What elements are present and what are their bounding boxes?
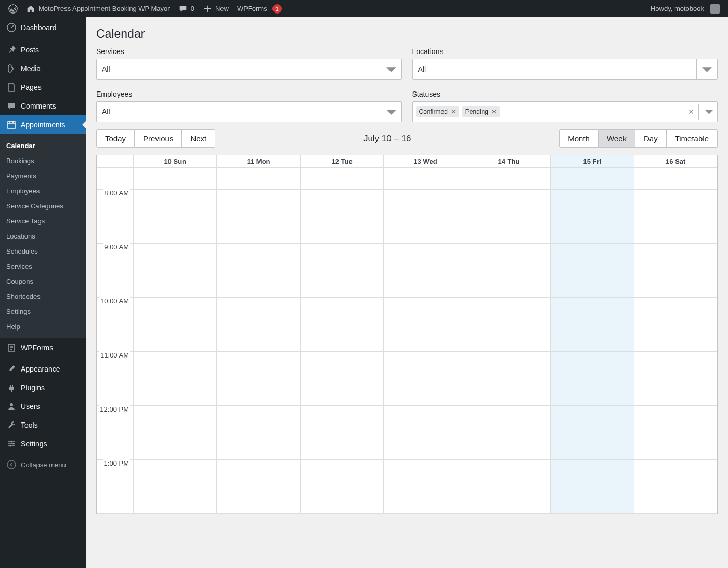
day-header[interactable]: 16 Sat: [634, 155, 717, 167]
submenu-item-schedules[interactable]: Schedules: [0, 244, 86, 259]
hour-cell[interactable]: [551, 352, 633, 406]
hour-cell[interactable]: [134, 244, 216, 298]
allday-cell[interactable]: [134, 168, 217, 189]
hour-cell[interactable]: [551, 298, 633, 352]
hour-cell[interactable]: [301, 298, 383, 352]
day-header[interactable]: 10 Sun: [134, 155, 217, 167]
hour-cell[interactable]: [467, 352, 550, 406]
clear-statuses-icon[interactable]: ✕: [688, 108, 694, 116]
submenu-item-calendar[interactable]: Calendar: [0, 138, 86, 153]
sidebar-item-users[interactable]: Users: [0, 397, 86, 416]
day-header[interactable]: 13 Wed: [384, 155, 467, 167]
hour-cell[interactable]: [384, 460, 466, 514]
previous-button[interactable]: Previous: [135, 129, 182, 148]
hour-cell[interactable]: [134, 298, 216, 352]
wp-logo[interactable]: [4, 0, 22, 17]
hour-cell[interactable]: [551, 460, 633, 514]
hour-cell[interactable]: [134, 460, 216, 514]
sidebar-item-dashboard[interactable]: Dashboard: [0, 17, 86, 38]
hour-cell[interactable]: [634, 352, 717, 406]
sidebar-item-appointments[interactable]: Appointments: [0, 115, 86, 134]
hour-cell[interactable]: [217, 460, 300, 514]
hour-cell[interactable]: [634, 298, 717, 352]
day-header[interactable]: 12 Tue: [301, 155, 384, 167]
hour-cell[interactable]: [634, 244, 717, 298]
next-button[interactable]: Next: [182, 129, 215, 148]
hour-cell[interactable]: [301, 190, 383, 244]
user-account[interactable]: Howdy, motobook: [646, 0, 724, 17]
submenu-item-employees[interactable]: Employees: [0, 183, 86, 199]
day-header[interactable]: 14 Thu: [467, 155, 551, 167]
submenu-item-locations[interactable]: Locations: [0, 229, 86, 244]
submenu-item-help[interactable]: Help: [0, 319, 86, 334]
sidebar-item-appearance[interactable]: Appearance: [0, 360, 86, 378]
submenu-item-bookings[interactable]: Bookings: [0, 153, 86, 168]
collapse-menu[interactable]: Collapse menu: [0, 455, 86, 474]
allday-cell[interactable]: [217, 168, 300, 189]
submenu-item-settings[interactable]: Settings: [0, 304, 86, 319]
hour-cell[interactable]: [301, 244, 383, 298]
allday-cell[interactable]: [467, 168, 551, 189]
submenu-item-service-categories[interactable]: Service Categories: [0, 199, 86, 214]
submenu-item-shortcodes[interactable]: Shortcodes: [0, 289, 86, 304]
hour-cell[interactable]: [301, 460, 383, 514]
hour-cell[interactable]: [634, 460, 717, 514]
hour-cell[interactable]: [217, 244, 300, 298]
hour-cell[interactable]: [551, 244, 633, 298]
day-header[interactable]: 15 Fri: [551, 155, 634, 167]
hour-cell[interactable]: [634, 190, 717, 244]
services-select[interactable]: All: [96, 59, 402, 80]
hour-cell[interactable]: [217, 352, 300, 406]
hour-cell[interactable]: [467, 460, 550, 514]
hour-cell[interactable]: [217, 406, 300, 460]
site-name[interactable]: MotoPress Appointment Booking WP Mayor: [22, 0, 174, 17]
view-button-week[interactable]: Week: [599, 129, 635, 148]
hour-cell[interactable]: [551, 406, 633, 460]
hour-cell[interactable]: [467, 244, 550, 298]
day-header[interactable]: 11 Mon: [217, 155, 300, 167]
submenu-item-payments[interactable]: Payments: [0, 168, 86, 183]
sidebar-item-pages[interactable]: Pages: [0, 78, 86, 97]
hour-cell[interactable]: [217, 190, 300, 244]
sidebar-item-tools[interactable]: Tools: [0, 416, 86, 434]
hour-cell[interactable]: [384, 190, 466, 244]
sidebar-item-comments[interactable]: Comments: [0, 97, 86, 115]
sidebar-item-settings[interactable]: Settings: [0, 434, 86, 453]
statuses-select[interactable]: Confirmed ✕ Pending ✕ ✕: [412, 101, 718, 122]
hour-cell[interactable]: [467, 190, 550, 244]
remove-tag-icon[interactable]: ✕: [451, 108, 456, 115]
locations-select[interactable]: All: [412, 59, 718, 80]
sidebar-item-posts[interactable]: Posts: [0, 41, 86, 59]
allday-cell[interactable]: [634, 168, 717, 189]
sidebar-item-plugins[interactable]: Plugins: [0, 378, 86, 397]
hour-cell[interactable]: [551, 190, 633, 244]
submenu-item-service-tags[interactable]: Service Tags: [0, 214, 86, 229]
hour-cell[interactable]: [301, 352, 383, 406]
hour-cell[interactable]: [634, 406, 717, 460]
hour-cell[interactable]: [134, 352, 216, 406]
new-content[interactable]: New: [199, 0, 233, 17]
view-button-timetable[interactable]: Timetable: [667, 129, 718, 148]
wpforms-link[interactable]: WPForms 1: [233, 0, 286, 17]
view-button-day[interactable]: Day: [635, 129, 667, 148]
hour-cell[interactable]: [467, 406, 550, 460]
sidebar-item-wpforms[interactable]: WPForms: [0, 338, 86, 357]
hour-cell[interactable]: [384, 298, 466, 352]
today-button[interactable]: Today: [96, 129, 135, 148]
hour-cell[interactable]: [134, 190, 216, 244]
sidebar-item-media[interactable]: Media: [0, 59, 86, 78]
allday-cell[interactable]: [384, 168, 467, 189]
hour-cell[interactable]: [467, 298, 550, 352]
hour-cell[interactable]: [384, 352, 466, 406]
hour-cell[interactable]: [384, 406, 466, 460]
hour-cell[interactable]: [134, 406, 216, 460]
allday-cell[interactable]: [551, 168, 634, 189]
hour-cell[interactable]: [384, 244, 466, 298]
submenu-item-services[interactable]: Services: [0, 259, 86, 274]
hour-cell[interactable]: [217, 298, 300, 352]
remove-tag-icon[interactable]: ✕: [491, 108, 497, 115]
employees-select[interactable]: All: [96, 101, 402, 122]
view-button-month[interactable]: Month: [559, 129, 599, 148]
comments-link[interactable]: 0: [174, 0, 199, 17]
allday-cell[interactable]: [301, 168, 384, 189]
